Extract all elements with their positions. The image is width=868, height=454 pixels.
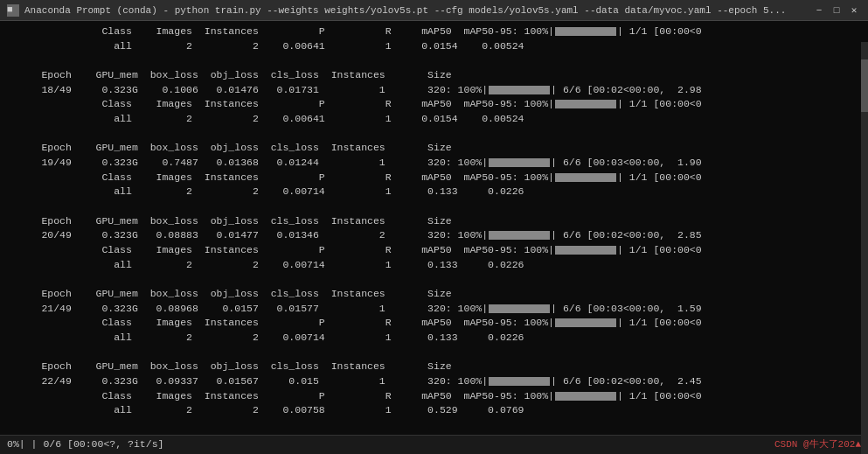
minimize-button[interactable]: − [812, 3, 826, 17]
line-17: all 2 2 0.00714 1 0.133 0.0226 [5, 258, 863, 273]
title-bar: ■ Anaconda Prompt (conda) - python train… [0, 0, 868, 21]
line-19: Epoch GPU_mem box_loss obj_loss cls_loss… [5, 287, 863, 302]
line-26: Class Images Instances P R mAP50 mAP50-9… [5, 389, 863, 404]
line-27: all 2 2 0.00758 1 0.529 0.0769 [5, 403, 863, 418]
line-6: Class Images Instances P R mAP50 mAP50-9… [5, 97, 863, 112]
line-24: Epoch GPU_mem box_loss obj_loss cls_loss… [5, 360, 863, 374]
line-3 [5, 53, 863, 68]
line-8 [5, 127, 863, 142]
line-13 [5, 199, 863, 214]
window-controls[interactable]: − □ ✕ [812, 3, 861, 17]
bottom-bar: 0%| | 0/6 [00:00<?, ?it/s] CSDN @牛大了202▲ [0, 435, 868, 454]
terminal-output: Class Images Instances P R mAP50 mAP50-9… [5, 24, 863, 447]
line-9: Epoch GPU_mem box_loss obj_loss cls_loss… [5, 141, 863, 156]
csdn-watermark: CSDN @牛大了202▲ [774, 438, 861, 452]
line-16: Class Images Instances P R mAP50 mAP50-9… [5, 243, 863, 258]
maximize-button[interactable]: □ [830, 3, 844, 17]
line-7: all 2 2 0.00641 1 0.0154 0.00524 [5, 112, 863, 127]
terminal-body: Class Images Instances P R mAP50 mAP50-9… [0, 21, 868, 454]
line-18 [5, 272, 863, 287]
line-20: 21/49 0.323G 0.08968 0.0157 0.01577 1 32… [5, 302, 863, 317]
line-14: Epoch GPU_mem box_loss obj_loss cls_loss… [5, 214, 863, 229]
line-21: Class Images Instances P R mAP50 mAP50-9… [5, 316, 863, 331]
title-bar-title: Anaconda Prompt (conda) - python train.p… [24, 5, 786, 16]
title-bar-left: ■ Anaconda Prompt (conda) - python train… [7, 4, 786, 17]
line-11: Class Images Instances P R mAP50 mAP50-9… [5, 171, 863, 185]
line-5: 18/49 0.323G 0.1006 0.01476 0.01731 1 32… [5, 83, 863, 98]
line-28 [5, 418, 863, 433]
line-12: all 2 2 0.00714 1 0.133 0.0226 [5, 185, 863, 199]
line-4: Epoch GPU_mem box_loss obj_loss cls_loss… [5, 68, 863, 83]
line-25: 22/49 0.323G 0.09337 0.01567 0.015 1 320… [5, 374, 863, 389]
line-10: 19/49 0.323G 0.7487 0.01368 0.01244 1 32… [5, 156, 863, 171]
line-1: Class Images Instances P R mAP50 mAP50-9… [5, 24, 863, 39]
scrollbar-thumb[interactable] [861, 59, 868, 112]
line-23 [5, 346, 863, 360]
line-22: all 2 2 0.00714 1 0.133 0.0226 [5, 331, 863, 346]
progress-status: 0%| | 0/6 [00:00<?, ?it/s] [7, 437, 163, 452]
terminal-icon: ■ [7, 4, 19, 17]
line-2: all 2 2 0.00641 1 0.0154 0.00524 [5, 39, 863, 54]
close-button[interactable]: ✕ [847, 3, 861, 17]
line-15: 20/49 0.323G 0.08883 0.01477 0.01346 2 3… [5, 228, 863, 243]
scrollbar[interactable] [861, 42, 868, 454]
